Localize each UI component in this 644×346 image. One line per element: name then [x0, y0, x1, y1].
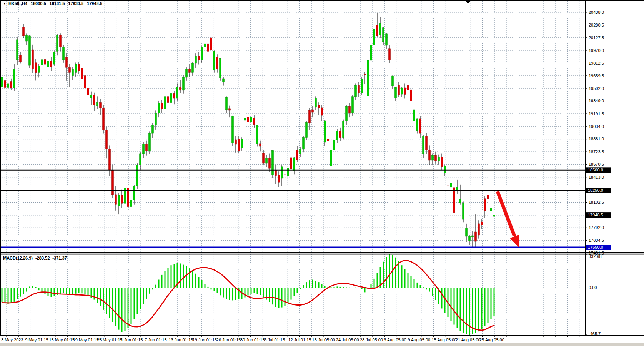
candle-body — [47, 61, 49, 67]
candle-body — [87, 88, 89, 95]
candle-body — [410, 90, 412, 101]
candle-body — [241, 139, 243, 148]
candle-body — [389, 49, 391, 60]
price-tick-label: 18881.0 — [589, 136, 604, 141]
candle-body — [429, 150, 431, 160]
horizontal-lines-layer[interactable] — [0, 170, 585, 247]
price-tick-label: 18570.5 — [589, 162, 604, 166]
price-tick-label: 18102.5 — [589, 200, 604, 205]
candle-body — [463, 203, 464, 219]
candle-body — [395, 87, 397, 98]
time-tick-label: 30 Jun 01:15 — [240, 338, 265, 342]
price-tick-label: 19502.0 — [589, 86, 604, 91]
candle-body — [401, 88, 403, 94]
candle-body — [198, 56, 200, 60]
candle-body — [293, 158, 295, 171]
candle-body — [466, 228, 468, 236]
candle-body — [13, 69, 15, 88]
candle-body — [281, 167, 283, 178]
time-tick-label: 3 May 2023 — [1, 338, 23, 342]
candle-body — [358, 85, 360, 93]
candle-body — [339, 131, 341, 138]
candle-body — [161, 103, 163, 109]
time-tick-label: 13 Jun 01:15 — [168, 338, 193, 342]
candle-body — [346, 106, 348, 121]
candle-body — [392, 76, 394, 86]
candle-body — [349, 106, 351, 113]
candle-body — [167, 97, 169, 103]
candle-body — [376, 25, 378, 36]
candle-body — [383, 28, 384, 42]
candle-body — [416, 119, 418, 131]
candle-body — [355, 85, 357, 97]
candle-body — [60, 35, 62, 47]
time-tick-label: 15 May 01:15 — [49, 338, 75, 342]
candle-body — [106, 130, 108, 149]
candle-body — [490, 208, 492, 211]
symbol-period-label: HK50-,H4 — [8, 1, 27, 6]
candle-body — [57, 35, 58, 51]
candle-body — [201, 47, 203, 60]
down-arrow-annotation[interactable] — [498, 191, 519, 247]
candle-body — [253, 118, 255, 125]
candle-body — [44, 59, 46, 64]
candle-body — [186, 69, 188, 77]
candle-body — [23, 27, 25, 36]
time-tick-label: 25 Aug 05:00 — [479, 338, 504, 342]
candle-body — [118, 195, 120, 206]
candle-body — [404, 88, 406, 94]
candle-body — [475, 232, 477, 241]
price-axis: 20438.020280.520127.519970.019812.519659… — [585, 10, 611, 255]
macd-name: MACD(12,26,9) — [3, 256, 33, 260]
candle-body — [321, 108, 323, 115]
candle-body — [324, 121, 326, 142]
candle-body — [155, 113, 157, 125]
candle-body — [290, 158, 292, 169]
candle-body — [210, 38, 212, 50]
candle-body — [315, 98, 317, 107]
candle-body — [136, 165, 138, 186]
price-tick-label: 20280.5 — [589, 23, 604, 27]
candle-body — [487, 195, 489, 199]
candle-body — [173, 93, 175, 98]
price-tick-label: 18413.0 — [589, 175, 604, 180]
candle-body — [373, 29, 375, 45]
candle-body — [306, 122, 308, 137]
close-value: 17948.5 — [87, 1, 102, 6]
candle-body — [53, 52, 55, 64]
price-tick-label: 20438.0 — [589, 10, 604, 15]
candle-body — [158, 103, 160, 113]
candle-body — [453, 188, 455, 213]
candle-body — [69, 68, 71, 73]
candle-body — [17, 40, 18, 60]
candle-body — [109, 149, 111, 170]
candle-body — [309, 110, 311, 123]
candle-body — [29, 36, 31, 65]
candle-body — [38, 66, 40, 72]
price-tick-label: 19034.0 — [589, 124, 604, 129]
candle-body — [93, 95, 95, 105]
candle-body — [4, 80, 6, 87]
candle-body — [229, 109, 231, 110]
candle-body — [81, 68, 83, 79]
time-tick-label: 19 May 01:15 — [73, 338, 99, 342]
candle-body — [41, 60, 43, 65]
price-tick-label: 19659.5 — [589, 73, 604, 78]
candle-body — [176, 87, 178, 98]
candle-body — [419, 119, 421, 133]
candle-body — [361, 79, 363, 93]
time-tick-label: 25 May 01:15 — [97, 338, 123, 342]
symbol-marker-icon: ▼ — [3, 2, 6, 5]
candle-body — [263, 153, 265, 163]
candle-body — [300, 149, 301, 154]
chart-canvas[interactable]: 20438.020280.520127.519970.019812.519659… — [0, 0, 644, 346]
candle-body — [72, 69, 74, 76]
candle-body — [284, 175, 286, 175]
candle-body — [226, 97, 228, 110]
candle-body — [426, 136, 428, 150]
candle-body — [493, 215, 495, 216]
candle-body — [195, 56, 197, 63]
high-value: 18131.5 — [50, 1, 65, 6]
candle-body — [26, 35, 28, 41]
candle-body — [336, 131, 338, 140]
